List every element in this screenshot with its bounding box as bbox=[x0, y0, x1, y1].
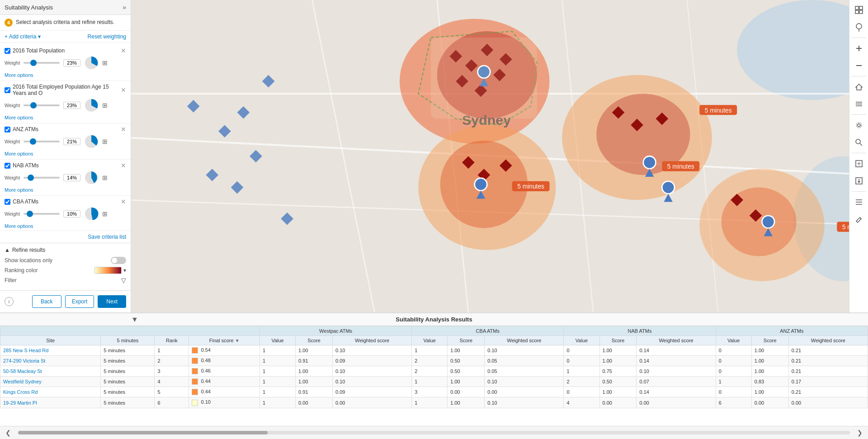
save-criteria-link[interactable]: Save criteria list bbox=[88, 234, 126, 240]
ranking-color-select[interactable]: ▾ bbox=[94, 267, 126, 274]
cell-n-score-1: 1.00 bbox=[599, 356, 637, 366]
cell-c-val-0: 1 bbox=[412, 345, 448, 356]
criteria-checkbox-3[interactable] bbox=[5, 127, 10, 132]
th-rank[interactable]: Rank bbox=[155, 336, 189, 345]
criteria-checkbox-1[interactable] bbox=[5, 48, 10, 54]
table-container[interactable]: Westpac ATMs CBA ATMs NAB ATMs ANZ ATMs … bbox=[0, 326, 868, 426]
share-icon-3[interactable]: ⊞ bbox=[102, 138, 108, 145]
cell-site-2[interactable]: 50-58 Macleay St bbox=[0, 366, 101, 377]
svg-point-51 bbox=[643, 156, 656, 169]
cell-rank-1: 2 bbox=[155, 356, 189, 366]
cell-a-val-4: 0 bbox=[716, 387, 751, 397]
export-button[interactable]: Export bbox=[65, 295, 94, 308]
weight-input-2[interactable] bbox=[63, 102, 80, 109]
weight-input-1[interactable] bbox=[63, 59, 80, 66]
export-map-button[interactable] bbox=[851, 173, 867, 189]
reset-weighting-button[interactable]: Reset weighting bbox=[88, 33, 126, 40]
criteria-close-1[interactable]: ✕ bbox=[121, 47, 126, 54]
more-options-link-2[interactable]: More options bbox=[5, 115, 33, 120]
cell-w-val-0: 1 bbox=[259, 345, 295, 356]
criteria-close-3[interactable]: ✕ bbox=[121, 126, 126, 132]
th-drive-time[interactable]: 5 minutes bbox=[101, 336, 155, 345]
scroll-right-button[interactable]: ❯ bbox=[854, 428, 866, 437]
results-tbody: 285 New S Head Rd 5 minutes 1 0.54 1 1.0… bbox=[0, 345, 868, 408]
more-options-link-5[interactable]: More options bbox=[5, 223, 33, 229]
weight-slider-5[interactable] bbox=[24, 213, 60, 215]
th-final-score[interactable]: Final score ▼ bbox=[189, 336, 260, 345]
refine-title-label: Refine results bbox=[12, 247, 45, 253]
cell-n-score-5: 0.00 bbox=[599, 397, 637, 408]
share-icon-4[interactable]: ⊞ bbox=[102, 174, 108, 181]
location-button[interactable] bbox=[851, 19, 867, 35]
weight-input-3[interactable] bbox=[63, 138, 80, 145]
collapse-results-button[interactable]: ▼ bbox=[131, 316, 138, 324]
weight-slider-3[interactable] bbox=[24, 141, 60, 142]
cell-n-score-4: 1.00 bbox=[599, 387, 637, 397]
refine-title[interactable]: ▲ Refine results bbox=[5, 247, 126, 253]
criteria-controls-5: Weight ⊞ bbox=[5, 207, 126, 221]
cell-score-5: 0.10 bbox=[189, 397, 260, 408]
edit-button[interactable] bbox=[851, 211, 867, 227]
chevron-down-icon: ▾ bbox=[38, 33, 41, 40]
criteria-close-5[interactable]: ✕ bbox=[121, 198, 126, 205]
scroll-thumb bbox=[18, 431, 268, 434]
list-button[interactable] bbox=[851, 194, 867, 210]
cell-w-score-1: 0.91 bbox=[296, 356, 333, 366]
criteria-name-4: NAB ATMs bbox=[13, 162, 39, 169]
cell-site-0[interactable]: 285 New S Head Rd bbox=[0, 345, 101, 356]
location-icon bbox=[855, 23, 863, 32]
zoom-in-button[interactable] bbox=[851, 40, 867, 57]
criteria-checkbox-2[interactable] bbox=[5, 87, 10, 93]
settings-button[interactable] bbox=[851, 117, 867, 133]
grid-view-button[interactable] bbox=[851, 2, 867, 18]
cell-c-score-3: 1.00 bbox=[448, 377, 485, 387]
th-westpac-atms: Westpac ATMs bbox=[259, 326, 411, 336]
filter-icon[interactable]: ▽ bbox=[121, 277, 126, 284]
criteria-checkbox-4[interactable] bbox=[5, 163, 10, 169]
weight-input-5[interactable] bbox=[63, 210, 80, 217]
back-button[interactable]: Back bbox=[32, 295, 61, 308]
more-options-link-1[interactable]: More options bbox=[5, 72, 33, 78]
search-icon bbox=[855, 139, 863, 146]
cell-site-1[interactable]: 274-290 Victoria St bbox=[0, 356, 101, 366]
svg-point-72 bbox=[856, 24, 862, 29]
cell-w-val-2: 1 bbox=[259, 366, 295, 377]
weight-input-4[interactable] bbox=[63, 174, 80, 181]
next-button[interactable]: Next bbox=[98, 295, 126, 308]
weight-slider-4[interactable] bbox=[24, 177, 60, 179]
criteria-header-4: NAB ATMs ✕ bbox=[5, 162, 126, 169]
criteria-checkbox-5[interactable] bbox=[5, 199, 10, 205]
scroll-left-button[interactable]: ❮ bbox=[2, 428, 14, 437]
collapse-sidebar-button[interactable]: » bbox=[123, 4, 126, 11]
cell-n-wscore-0: 0.14 bbox=[637, 345, 716, 356]
add-criteria-button[interactable]: + Add criteria ▾ bbox=[5, 33, 41, 40]
cell-a-val-2: 0 bbox=[716, 366, 751, 377]
layers-button[interactable] bbox=[851, 96, 867, 112]
cell-n-wscore-5: 0.00 bbox=[637, 397, 716, 408]
table-row: 274-290 Victoria St 5 minutes 2 0.48 1 0… bbox=[0, 356, 868, 366]
cell-site-5[interactable]: 19-29 Martin Pl bbox=[0, 397, 101, 408]
criteria-close-4[interactable]: ✕ bbox=[121, 162, 126, 169]
home-button[interactable] bbox=[851, 79, 867, 95]
cell-c-val-1: 2 bbox=[412, 356, 448, 366]
criteria-close-2[interactable]: ✕ bbox=[121, 87, 126, 93]
weight-label-1: Weight bbox=[5, 60, 20, 66]
info-button[interactable]: i bbox=[5, 297, 14, 306]
more-options-link-4[interactable]: More options bbox=[5, 187, 33, 193]
more-options-link-3[interactable]: More options bbox=[5, 151, 33, 156]
show-locations-toggle[interactable] bbox=[111, 257, 126, 264]
weight-slider-2[interactable] bbox=[24, 104, 60, 106]
search-map-button[interactable] bbox=[851, 134, 867, 151]
share-icon-2[interactable]: ⊞ bbox=[102, 102, 108, 109]
cell-site-3[interactable]: Westfield Sydney bbox=[0, 377, 101, 387]
weight-slider-1[interactable] bbox=[24, 62, 60, 64]
step-badge: 4 bbox=[5, 19, 13, 27]
th-site[interactable]: Site bbox=[0, 336, 101, 345]
cell-site-4[interactable]: Kings Cross Rd bbox=[0, 387, 101, 397]
draw-button[interactable] bbox=[851, 156, 867, 172]
cell-rank-2: 3 bbox=[155, 366, 189, 377]
share-icon-5[interactable]: ⊞ bbox=[102, 210, 108, 217]
zoom-out-button[interactable] bbox=[851, 57, 867, 74]
share-icon-1[interactable]: ⊞ bbox=[102, 59, 108, 66]
th-nab-weighted: Weighted score bbox=[637, 336, 716, 345]
